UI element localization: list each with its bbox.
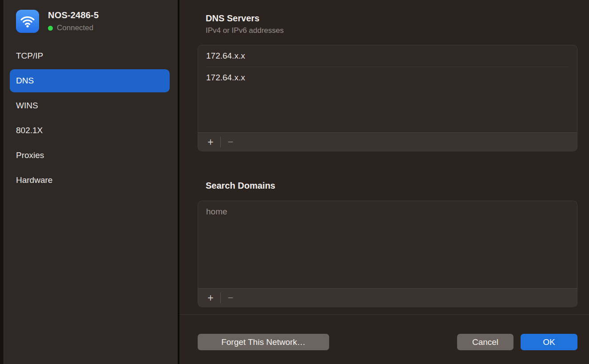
network-name: NOS-2486-5: [48, 10, 99, 20]
plus-minus-separator: [220, 137, 221, 147]
sidebar-item-tcpip[interactable]: TCP/IP: [10, 44, 170, 67]
search-domains-listbox: home + −: [198, 201, 577, 307]
connected-status-dot: [48, 26, 53, 31]
window-edge-strip: [0, 0, 4, 364]
search-domains-title: Search Domains: [198, 181, 577, 191]
sidebar-item-wins[interactable]: WINS: [10, 94, 170, 117]
dns-server-entry[interactable]: 172.64.x.x: [198, 45, 577, 67]
network-details-window: NOS-2486-5 Connected TCP/IP DNS WINS 802…: [0, 0, 589, 364]
cancel-button[interactable]: Cancel: [457, 334, 513, 350]
search-domains-footer: + −: [198, 288, 577, 307]
dns-remove-button[interactable]: −: [223, 133, 239, 151]
sidebar-item-hardware[interactable]: Hardware: [10, 169, 170, 192]
network-header: NOS-2486-5 Connected: [4, 0, 178, 33]
dns-servers-footer: + −: [198, 132, 577, 151]
sidebar-item-8021x[interactable]: 802.1X: [10, 119, 170, 142]
wifi-icon: [16, 10, 39, 33]
ok-button[interactable]: OK: [521, 334, 577, 350]
dns-servers-title: DNS Servers: [198, 13, 577, 24]
section-gap: [198, 151, 577, 181]
dns-server-entry[interactable]: 172.64.x.x: [198, 67, 577, 88]
footer-button-bar: Forget This Network… Cancel OK: [198, 334, 577, 350]
footer-divider: [179, 314, 589, 315]
dns-servers-rows: 172.64.x.x 172.64.x.x: [198, 45, 577, 132]
domain-add-button[interactable]: +: [203, 289, 219, 307]
network-status: Connected: [48, 24, 99, 32]
sidebar: NOS-2486-5 Connected TCP/IP DNS WINS 802…: [4, 0, 178, 364]
network-meta: NOS-2486-5 Connected: [48, 10, 99, 32]
sidebar-item-proxies[interactable]: Proxies: [10, 144, 170, 167]
dns-add-button[interactable]: +: [203, 133, 219, 151]
connected-status-label: Connected: [57, 24, 93, 32]
domain-remove-button[interactable]: −: [223, 289, 239, 307]
plus-minus-separator: [220, 293, 221, 303]
sidebar-item-dns[interactable]: DNS: [10, 69, 170, 92]
search-domain-entry[interactable]: home: [198, 201, 577, 222]
settings-nav: TCP/IP DNS WINS 802.1X Proxies Hardware: [4, 44, 178, 192]
dns-servers-listbox: 172.64.x.x 172.64.x.x + −: [198, 45, 577, 151]
search-domains-rows: home: [198, 201, 577, 288]
forget-network-button[interactable]: Forget This Network…: [198, 334, 329, 350]
dns-servers-subtitle: IPv4 or IPv6 addresses: [198, 26, 577, 35]
dns-settings-pane: DNS Servers IPv4 or IPv6 addresses 172.6…: [179, 0, 589, 364]
